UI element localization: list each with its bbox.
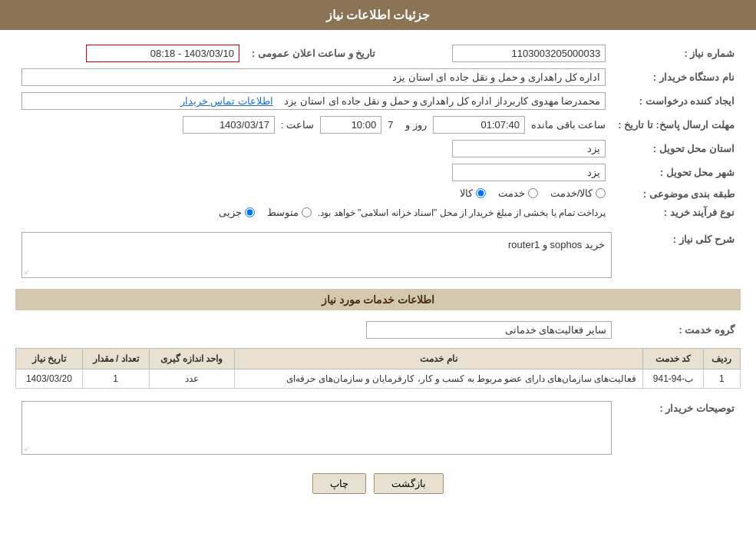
- mohlat-row: 1403/03/17 ساعت : 10:00 7 روز و 01:07:40…: [15, 113, 612, 137]
- radio-jozi-input[interactable]: [245, 207, 255, 217]
- tabaqe-radio-group: کالا/خدمت خدمت کالا: [460, 187, 606, 199]
- cell-radif: 1: [703, 369, 740, 389]
- ostan-label: استان محل تحویل :: [612, 137, 741, 161]
- col-tarikh: تاریخ نیاز: [16, 349, 83, 369]
- cell-nam: فعالیت‌های سازمان‌های دارای عضو مربوط به…: [234, 369, 643, 389]
- shahr-input: یزد: [452, 164, 606, 181]
- radio-kala-khedmat[interactable]: کالا/خدمت: [550, 187, 606, 199]
- col-tedad: تعداد / مقدار: [82, 349, 149, 369]
- radio-motavaset-label: متوسط: [267, 207, 299, 218]
- noe-farayand-row: متوسط جزیی پرداخت تمام یا بخشی از مبلغ خ…: [15, 204, 612, 221]
- col-vahed: واحد اندازه گیری: [149, 349, 234, 369]
- ijad-konande-value: محمدرضا مهدوی کاربرداز اداره کل راهداری …: [15, 89, 612, 113]
- radio-motavaset[interactable]: متوسط: [267, 207, 312, 218]
- tabaqe-bandi-options: کالا/خدمت خدمت کالا: [15, 184, 612, 204]
- cell-tedad: 1: [82, 369, 149, 389]
- service-table: ردیف کد خدمت نام خدمت واحد اندازه گیری ت…: [15, 348, 741, 389]
- countdown-input: 01:07:40: [433, 116, 525, 134]
- mohlat-date-input: 1403/03/17: [183, 116, 275, 134]
- table-row: 1 ب-94-941 فعالیت‌های سازمان‌های دارای ع…: [16, 369, 741, 389]
- tosih-table: توصیحات خریدار : ↙: [15, 398, 741, 458]
- tabaqe-bandi-label: طبقه بندی موضوعی :: [612, 184, 741, 204]
- cell-kod: ب-94-941: [643, 369, 703, 389]
- radio-khedmat-input[interactable]: [528, 188, 538, 198]
- header-title: جزئیات اطلاعات نیاز: [326, 8, 431, 22]
- shomare-niaz-input: 1103003205000033: [452, 45, 606, 62]
- print-button[interactable]: چاپ: [312, 473, 366, 494]
- cell-vahed: عدد: [149, 369, 234, 389]
- services-section-header: اطلاعات خدمات مورد نیاز: [15, 289, 741, 310]
- radio-khedmat[interactable]: خدمت: [498, 187, 538, 199]
- tosih-value: ↙: [15, 398, 618, 458]
- radio-kala-khedmat-input[interactable]: [596, 188, 606, 198]
- shahr-label: شهر محل تحویل :: [612, 161, 741, 184]
- noe-farayand-label: نوع فرآیند خرید :: [612, 204, 741, 221]
- sharh-input-area: خرید sophos و router1 ↙: [21, 232, 612, 278]
- mohlat-time-input: 10:00: [320, 116, 381, 134]
- cell-tarikh: 1403/03/20: [16, 369, 83, 389]
- footer-buttons: بازگشت چاپ: [15, 458, 741, 509]
- tosih-label: توصیحات خریدار :: [618, 398, 741, 458]
- farayand-radio-group: متوسط جزیی: [219, 207, 312, 218]
- ostan-input: یزد: [452, 140, 606, 157]
- tarikh-aelan-value: 1403/03/10 - 08:18: [15, 41, 246, 65]
- radio-motavaset-input[interactable]: [302, 207, 312, 217]
- main-content: شماره نیاز : 1103003205000033 تاریخ و سا…: [0, 30, 756, 521]
- shahr-value: یزد: [15, 161, 612, 184]
- sharh-value: خرید sophos و router1 ↙: [15, 229, 618, 281]
- sharh-label: شرح کلی نیاز :: [618, 229, 741, 281]
- ijad-konande-input: محمدرضا مهدوی کاربرداز اداره کل راهداری …: [21, 92, 606, 110]
- watermark2: ↙: [24, 444, 30, 452]
- back-button[interactable]: بازگشت: [374, 473, 444, 494]
- groh-khedmat-input: سایر فعالیت‌های خدماتی: [366, 321, 612, 339]
- tosih-input-area: ↙: [21, 401, 612, 455]
- etelaatTamas-link[interactable]: اطلاعات تماس خریدار: [180, 95, 273, 107]
- roz-label: روز و: [405, 119, 427, 131]
- radio-khedmat-label: خدمت: [498, 187, 525, 199]
- ijad-konande-text: محمدرضا مهدوی کاربرداز اداره کل راهداری …: [284, 95, 600, 107]
- farayand-note: پرداخت تمام یا بخشی از مبلغ خریدار از مح…: [318, 207, 606, 218]
- radio-kala-input[interactable]: [476, 188, 486, 198]
- page-wrapper: جزئیات اطلاعات نیاز شماره نیاز : 1103003…: [0, 0, 756, 540]
- radio-jozi-label: جزیی: [219, 207, 242, 218]
- sharh-text: خرید sophos و router1: [508, 239, 605, 250]
- nam-dastgah-value: اداره کل راهداری و حمل و نقل جاده ای است…: [15, 65, 612, 89]
- page-header: جزئیات اطلاعات نیاز: [0, 0, 756, 30]
- ostan-value: یزد: [15, 137, 612, 161]
- radio-jozi[interactable]: جزیی: [219, 207, 255, 218]
- mohlat-time-label: ساعت :: [281, 119, 314, 131]
- shomare-niaz-label: شماره نیاز :: [612, 41, 741, 65]
- groh-khedmat-value: سایر فعالیت‌های خدماتی: [15, 318, 618, 342]
- shomare-niaz-value: 1103003205000033: [381, 41, 612, 65]
- col-nam: نام خدمت: [234, 349, 643, 369]
- tarikh-aelan-input: 1403/03/10 - 08:18: [86, 45, 239, 62]
- tarikh-aelan-label: تاریخ و ساعت اعلان عمومی :: [246, 41, 381, 65]
- watermark: ↙: [24, 267, 30, 276]
- sharh-table: شرح کلی نیاز : خرید sophos و router1 ↙: [15, 229, 741, 281]
- mohlat-label: مهلت ارسال پاسخ: تا تاریخ :: [612, 113, 741, 137]
- info-table: شماره نیاز : 1103003205000033 تاریخ و سا…: [15, 41, 741, 221]
- countdown-label: ساعت باقی مانده: [531, 119, 606, 131]
- col-kod: کد خدمت: [643, 349, 703, 369]
- groh-khedmat-label: گروه خدمت :: [618, 318, 741, 342]
- radio-kala-khedmat-label: کالا/خدمت: [550, 187, 593, 199]
- col-radif: ردیف: [703, 349, 740, 369]
- ijad-konande-label: ایجاد کننده درخواست :: [612, 89, 741, 113]
- radio-kala-label: کالا: [460, 187, 473, 199]
- groh-khedmat-table: گروه خدمت : سایر فعالیت‌های خدماتی: [15, 318, 741, 342]
- nam-dastgah-input: اداره کل راهداری و حمل و نقل جاده ای است…: [21, 68, 606, 86]
- roz-value: 7: [388, 119, 393, 131]
- radio-kala[interactable]: کالا: [460, 187, 486, 199]
- nam-dastgah-label: نام دستگاه خریدار :: [612, 65, 741, 89]
